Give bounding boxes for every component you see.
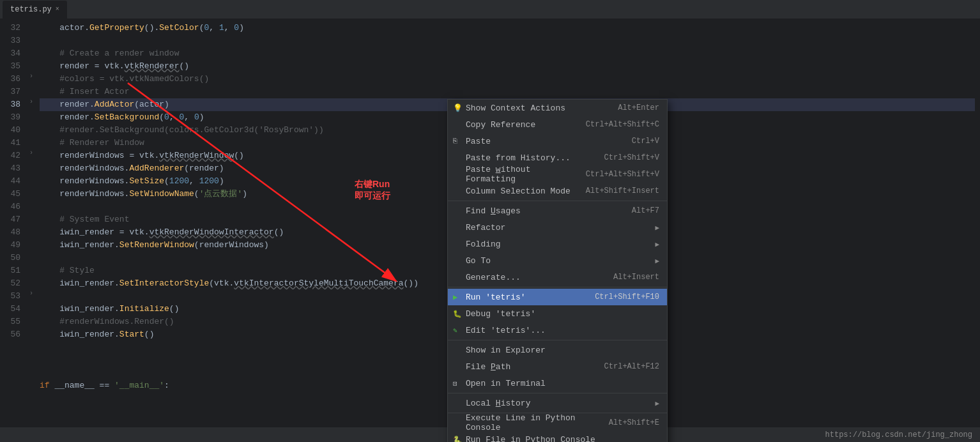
terminal-icon: ⊡ — [453, 379, 457, 388]
gutter-36: › — [29, 70, 33, 83]
menu-go-to[interactable]: Go To ▶ — [448, 252, 667, 269]
menu-paste-without-formatting[interactable]: Paste without Formatting Ctrl+Alt+Shift+… — [448, 166, 667, 183]
ln-42: 42 — [3, 149, 20, 162]
close-icon[interactable]: × — [56, 6, 59, 13]
python-run-icon: 🐍 — [453, 436, 462, 443]
shortcut-generate: Alt+Insert — [613, 273, 659, 282]
annotation-line1: 右键Run — [355, 179, 390, 190]
code-line-32: actor.GetProperty().SetColor(0, 1, 0) — [40, 22, 975, 34]
separator-1 — [448, 201, 667, 201]
submenu-arrow-local-history: ▶ — [655, 399, 659, 408]
code-line-37: # Insert Actor — [40, 86, 975, 98]
ln-49: 49 — [3, 239, 20, 252]
menu-label-paste-history: Paste from History... — [466, 153, 592, 163]
menu-column-selection-mode[interactable]: Column Selection Mode Alt+Shift+Insert — [448, 183, 667, 199]
ln-55: 55 — [3, 316, 20, 328]
gutter-55: › — [29, 287, 33, 300]
ln-34: 34 — [3, 47, 20, 60]
menu-label-copy-reference: Copy Reference — [466, 120, 573, 130]
menu-label-folding: Folding — [466, 240, 655, 249]
shortcut-show-context-actions: Alt+Enter — [618, 103, 659, 112]
menu-label-go-to: Go To — [466, 256, 655, 266]
menu-find-usages[interactable]: Find Usages Alt+F7 — [448, 202, 667, 219]
ln-53: 53 — [3, 290, 20, 303]
ln-47: 47 — [3, 213, 20, 226]
menu-label-debug-tetris: Debug 'tetris' — [466, 309, 659, 319]
menu-label-run-tetris: Run 'tetris' — [466, 293, 582, 302]
menu-label-paste-without-formatting: Paste without Formatting — [466, 165, 573, 184]
menu-open-in-terminal[interactable]: ⊡ Open in Terminal — [448, 375, 667, 392]
menu-file-path[interactable]: File Path Ctrl+Alt+F12 — [448, 358, 667, 375]
chinese-annotation: 右键Run 即可运行 — [355, 179, 390, 202]
shortcut-find-usages: Alt+F7 — [632, 206, 659, 215]
shortcut-copy-reference: Ctrl+Alt+Shift+C — [586, 120, 659, 129]
tab-bar: tetris.py × — [0, 0, 980, 19]
ln-45: 45 — [3, 188, 20, 201]
tab-tetris[interactable]: tetris.py × — [3, 1, 67, 19]
menu-show-in-explorer[interactable]: Show in Explorer — [448, 342, 667, 358]
code-line-36: #colors = vtk.vtkNamedColors() — [40, 73, 975, 86]
code-line-34: # Create a render window — [40, 47, 975, 60]
menu-execute-line[interactable]: Execute Line in Python Console Alt+Shift… — [448, 415, 667, 431]
menu-folding[interactable]: Folding ▶ — [448, 236, 667, 252]
paste-icon: ⎘ — [453, 137, 457, 145]
run-icon: ▶ — [453, 293, 457, 302]
context-menu: 💡 Show Context Actions Alt+Enter Copy Re… — [447, 99, 668, 442]
menu-label-show-in-explorer: Show in Explorer — [466, 346, 659, 355]
menu-label-column-selection: Column Selection Mode — [466, 187, 573, 196]
ln-52: 52 — [3, 277, 20, 290]
menu-label-refactor: Refactor — [466, 223, 655, 232]
submenu-arrow-folding: ▶ — [655, 240, 659, 248]
menu-label-execute-line: Execute Line in Python Console — [466, 413, 596, 432]
ln-57 — [3, 341, 20, 392]
separator-3 — [448, 340, 667, 340]
separator-2 — [448, 287, 667, 287]
menu-label-local-history: Local History — [466, 399, 655, 408]
ln-32: 32 — [3, 22, 20, 34]
menu-local-history[interactable]: Local History ▶ — [448, 395, 667, 411]
submenu-arrow-go-to: ▶ — [655, 257, 659, 265]
ln-36: 36 — [3, 73, 20, 86]
edit-config-icon: ✎ — [453, 326, 457, 335]
shortcut-column-selection: Alt+Shift+Insert — [586, 187, 659, 195]
ln-37: 37 — [3, 86, 20, 98]
menu-run-file-python[interactable]: 🐍 Run File in Python Console — [448, 431, 667, 442]
line-numbers: 32 33 34 35 36 37 38 39 40 41 42 43 44 4… — [0, 19, 26, 427]
menu-show-context-actions[interactable]: 💡 Show Context Actions Alt+Enter — [448, 100, 667, 116]
menu-label-generate: Generate... — [466, 273, 601, 282]
menu-copy-reference[interactable]: Copy Reference Ctrl+Alt+Shift+C — [448, 116, 667, 133]
shortcut-paste-without-formatting: Ctrl+Alt+Shift+V — [586, 170, 659, 179]
shortcut-paste-history: Ctrl+Shift+V — [604, 153, 659, 162]
ln-50: 50 — [3, 252, 20, 264]
gutter-40: › — [29, 147, 33, 160]
ln-38: 38 — [3, 98, 20, 111]
menu-label-run-file-python: Run File in Python Console — [466, 435, 659, 443]
menu-paste[interactable]: ⎘ Paste Ctrl+V — [448, 133, 667, 149]
menu-label-open-terminal: Open in Terminal — [466, 379, 659, 388]
menu-run-tetris[interactable]: ▶ Run 'tetris' Ctrl+Shift+F10 — [448, 289, 667, 305]
debug-icon: 🐛 — [453, 310, 462, 318]
menu-edit-tetris[interactable]: ✎ Edit 'tetris'... — [448, 322, 667, 339]
separator-4 — [448, 393, 667, 393]
menu-refactor[interactable]: Refactor ▶ — [448, 219, 667, 236]
ln-33: 33 — [3, 34, 20, 47]
ln-46: 46 — [3, 201, 20, 213]
shortcut-paste: Ctrl+V — [632, 137, 659, 146]
menu-paste-history[interactable]: Paste from History... Ctrl+Shift+V — [448, 149, 667, 166]
gutter: › › › › — [26, 19, 34, 427]
status-url: https://blog.csdn.net/jing_zhong — [825, 431, 972, 439]
ln-39: 39 — [3, 111, 20, 124]
ln-41: 41 — [3, 137, 20, 149]
menu-generate[interactable]: Generate... Alt+Insert — [448, 269, 667, 286]
menu-label-paste: Paste — [466, 137, 619, 146]
ln-51: 51 — [3, 264, 20, 277]
ln-43: 43 — [3, 162, 20, 175]
menu-debug-tetris[interactable]: 🐛 Debug 'tetris' — [448, 305, 667, 322]
menu-label-show-context-actions: Show Context Actions — [466, 103, 605, 113]
menu-label-file-path: File Path — [466, 362, 592, 372]
gutter-38: › — [29, 96, 33, 109]
tab-label: tetris.py — [10, 5, 52, 14]
ln-48: 48 — [3, 226, 20, 239]
menu-label-edit-tetris: Edit 'tetris'... — [466, 326, 659, 335]
submenu-arrow-refactor: ▶ — [655, 224, 659, 232]
